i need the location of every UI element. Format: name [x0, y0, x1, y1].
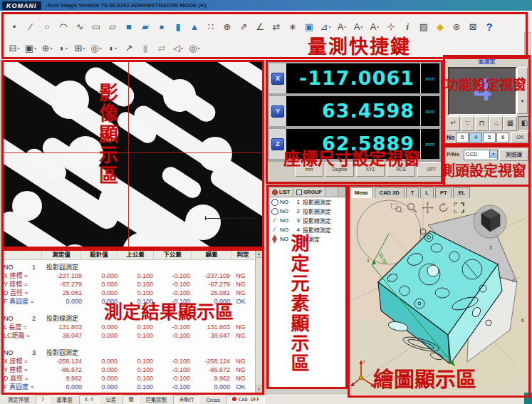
probe-pattern-b-button[interactable]: ⊓ [475, 116, 489, 131]
dro-button-opt[interactable]: OPT [417, 162, 446, 177]
dro-button-degree[interactable]: Degree [325, 162, 354, 177]
construct-arc-right-tool[interactable]: ◗▾ [56, 41, 71, 55]
construct-offset-tool[interactable]: ⊟▾ [7, 41, 21, 55]
vector-tool[interactable]: ⇗ [236, 19, 251, 33]
scale-ruler [198, 216, 259, 220]
image-button-glyph: ▨ [419, 21, 428, 32]
status-segment[interactable]: 7 [36, 395, 50, 404]
title-bar[interactable]: KOMANI -Axis Image Version 78.09.0102 AD… [0, 0, 532, 11]
cad-tab-l[interactable]: L [420, 187, 434, 198]
rectangle-tool[interactable]: ▭ [89, 19, 103, 33]
dro-button-rcs[interactable]: RCS [387, 162, 415, 177]
status-segment[interactable]: CAD OFF [226, 395, 266, 404]
probe-pattern-c-button[interactable]: ∴ [489, 116, 503, 131]
cad-tab-el[interactable]: EL [453, 187, 470, 198]
element-tab-list[interactable]: LIST [269, 187, 293, 197]
cad-panel[interactable]: MeasCAD 3DTLPTEL [350, 187, 528, 395]
result-cell: 0.000 [82, 331, 118, 340]
info-button[interactable]: i [400, 19, 414, 33]
cad-drawing[interactable]: 33.00 1 3 4 6 z [350, 198, 528, 395]
cad-tab-meas[interactable]: Meas [350, 187, 373, 198]
no-cell-3[interactable]: 6 [496, 133, 509, 143]
element-list-item[interactable]: NO1投影圓測定 [269, 197, 346, 207]
label-a-tool[interactable]: A▾ [335, 19, 349, 33]
dimension-a-tool[interactable]: A▾ [367, 19, 382, 33]
results-table[interactable]: 測定值設計值上公差下公差誤差判定NO1投影圓測定X 座標 =-237.1090.… [1, 249, 264, 395]
probe-mode-button[interactable]: ◧ [518, 116, 531, 131]
no-cell-2[interactable]: 5 [483, 133, 496, 143]
annotate-a-tool[interactable]: A▾ [351, 19, 365, 33]
scatter-tool[interactable]: ∗ [286, 19, 300, 33]
dro-unit-label: mm [420, 63, 439, 93]
construct-array-tool[interactable]: ⊞▾ [73, 41, 87, 55]
cube-measure-tool[interactable]: ■ [122, 19, 136, 33]
point-grid-tool[interactable]: ∷ [204, 19, 218, 33]
tolerance-button[interactable]: ◆ [433, 19, 447, 33]
exchange-tool[interactable]: ⇄ [155, 41, 169, 55]
angle-tool[interactable]: ∠ [253, 19, 267, 33]
axis-button-x[interactable]: X [271, 73, 284, 85]
construct-rectangle-tool[interactable]: ▣▾ [24, 41, 38, 55]
enter-button[interactable]: ↵ [447, 116, 460, 131]
camera-image-area[interactable]: 0.5327mm 94 x [1, 60, 264, 249]
cad-tab-cad-3d[interactable]: CAD 3D [375, 187, 405, 198]
element-list-item[interactable]: NO6面測定 [269, 234, 346, 244]
construct-circle-target-tool[interactable]: ◎▾ [187, 41, 202, 55]
slot-tool[interactable]: ▱ [105, 19, 120, 33]
recall-button[interactable]: ▣ [302, 19, 316, 33]
exit-button[interactable]: ⊠ [466, 19, 480, 33]
probe-library-button[interactable]: 測頭庫 [499, 149, 528, 161]
construct-tool[interactable]: ⊿▾ [318, 19, 333, 33]
point-tool[interactable]: • [7, 19, 21, 33]
scroll-down-icon[interactable]: ▼ [256, 385, 262, 393]
settings-button[interactable]: ⊛ [449, 19, 464, 33]
probe-slider[interactable] [448, 167, 523, 175]
element-list-item[interactable]: ∕NO4投影線測定 [269, 225, 346, 234]
cone-measure-tool[interactable]: ▲ [187, 19, 202, 33]
construct-angle-tool[interactable]: ◁▾ [171, 41, 185, 55]
cad-tab-pt[interactable]: PT [435, 187, 452, 198]
slider-thumb[interactable] [452, 167, 458, 177]
construct-gear-tool[interactable]: ◎▾ [89, 41, 103, 55]
ok-button[interactable]: OK [511, 132, 528, 143]
element-list-item[interactable]: NO2投影圓測定 [269, 207, 346, 216]
no-cell-1[interactable]: 4 [469, 133, 482, 143]
dro-button-mm[interactable]: mm [295, 162, 323, 177]
curve-tool[interactable]: ∿ [73, 19, 87, 33]
keypad-button[interactable]: ▦ [504, 116, 517, 131]
help-button[interactable]: ? [482, 19, 496, 33]
element-list-item[interactable]: ∕NO3投影線測定 [269, 216, 346, 225]
swap-axis-tool[interactable]: ⇄ [269, 19, 283, 33]
construct-arc-left-tool[interactable]: ◖▾ [105, 41, 120, 55]
status-segment[interactable]: 未執行 [173, 395, 199, 404]
plane-measure-tool[interactable]: ▰ [138, 19, 152, 33]
dropdown-arrow-icon[interactable]: ▼ [489, 150, 497, 158]
results-scrollbar[interactable]: ▲ ▼ [255, 250, 263, 393]
probe-dropdown[interactable]: CCD ▼ [464, 150, 498, 160]
circle-tool[interactable]: ○ [40, 19, 54, 33]
scroll-down-button[interactable]: ▼ [517, 90, 528, 114]
target-tool[interactable]: ⊹ [384, 19, 398, 33]
probe-pattern-a-button[interactable]: ∵ [461, 116, 474, 131]
axis-button-y[interactable]: Y [271, 105, 284, 118]
bar-tool[interactable]: ▮ [138, 41, 152, 55]
axis-button-z[interactable]: Z [271, 138, 284, 150]
scroll-up-icon[interactable]: ▲ [256, 251, 262, 258]
datum-tool[interactable]: ⊕ [220, 19, 234, 33]
construct-datum-tool[interactable]: ⊕▾ [40, 41, 54, 55]
nav-cube-icon[interactable] [474, 205, 506, 238]
cad-tab-t[interactable]: T [406, 187, 419, 198]
cylinder-measure-tool[interactable]: ▮ [171, 19, 185, 33]
status-segment-text: 公差 [105, 397, 116, 403]
line-tool[interactable]: ∕ [24, 19, 38, 33]
construct-line-tool[interactable]: ↗ [122, 41, 136, 55]
status-segment[interactable]: 關 [122, 395, 139, 404]
status-segment[interactable]: X-Y [79, 395, 100, 404]
image-button[interactable]: ▨ [417, 19, 431, 33]
no-cell-0[interactable]: 5 [456, 133, 469, 143]
element-tab-group[interactable]: GROUP [293, 187, 325, 197]
sphere-measure-tool[interactable]: ● [155, 19, 169, 33]
scroll-up-button[interactable]: ▲ [517, 67, 528, 90]
arc-tool[interactable]: ◠ [56, 19, 71, 33]
dro-button-xyz[interactable]: XYZ [356, 162, 385, 177]
